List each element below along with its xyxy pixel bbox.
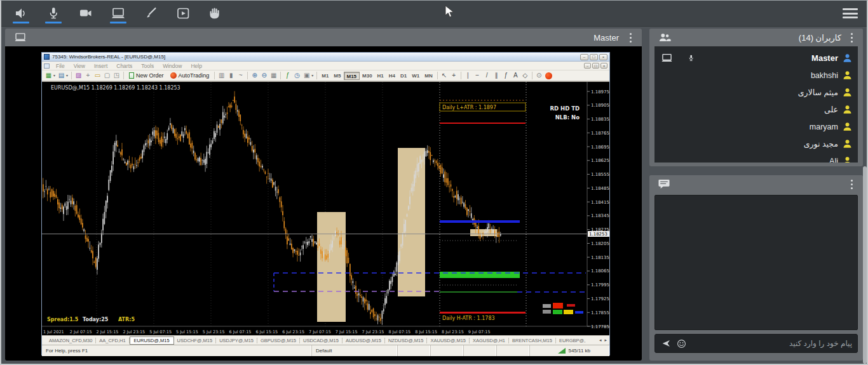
child-window-control-button[interactable]: ×: [600, 63, 607, 69]
window-control-button[interactable]: –: [580, 54, 588, 60]
timeframe-button[interactable]: MN: [423, 72, 435, 80]
symbol-tab[interactable]: GBPUSD@,M15: [257, 338, 300, 343]
navigator-icon[interactable]: ▭: [93, 71, 102, 80]
menu-item[interactable]: Charts: [112, 63, 137, 69]
camera-button[interactable]: [74, 1, 98, 25]
user-list[interactable]: Master: [654, 46, 858, 163]
user-list-item[interactable]: Master: [654, 50, 858, 67]
mt4-toolbar-icon[interactable]: ▾: [52, 71, 57, 80]
emoji-icon[interactable]: [677, 339, 686, 348]
timeframe-button[interactable]: M15: [344, 72, 360, 80]
terminal-icon[interactable]: ▢: [102, 71, 112, 80]
market-watch-icon[interactable]: ▨: [74, 71, 83, 80]
speaker-button[interactable]: [9, 1, 33, 25]
timeframe-button[interactable]: M1: [320, 72, 331, 80]
symbol-tab[interactable]: AUDUSD@,M15: [342, 338, 385, 343]
stage-menu-button[interactable]: [625, 31, 635, 44]
mt4-toolbar-icon[interactable]: ▾: [65, 71, 69, 80]
arrows-tool-icon[interactable]: ◇: [520, 71, 530, 80]
menu-item[interactable]: Help: [186, 63, 206, 69]
annotate-button[interactable]: [139, 1, 163, 25]
symbol-tab[interactable]: EURGBP@,: [556, 338, 588, 343]
menu-item[interactable]: View: [69, 63, 90, 69]
new-order-button[interactable]: New Order: [126, 71, 167, 81]
user-list-item[interactable]: maryam: [654, 118, 858, 135]
fibonacci-tool-icon[interactable]: ƒ: [501, 71, 511, 80]
send-icon[interactable]: [660, 338, 672, 348]
symbol-tab[interactable]: USDJPY@,M15: [216, 338, 257, 343]
symbol-tab[interactable]: XAUUSD@,M15: [427, 338, 470, 343]
timeframe-button[interactable]: M5: [332, 72, 343, 80]
window-control-button[interactable]: ×: [599, 54, 607, 60]
chart-area[interactable]: Daily L+ATR : 1.1897RD HD TDNLB: NoDaily…: [42, 81, 609, 335]
mt4-toolbar-icon[interactable]: [71, 72, 72, 79]
symbol-tab[interactable]: XAGUSD@,H1: [470, 338, 509, 343]
vline-tool-icon[interactable]: |: [463, 71, 473, 80]
periods-icon[interactable]: ◷: [292, 71, 302, 80]
menu-item[interactable]: File: [51, 63, 69, 69]
trendline-tool-icon[interactable]: /: [482, 71, 492, 80]
mt4-toolbar-icon[interactable]: [437, 72, 438, 79]
symbol-tab[interactable]: EURUSD@,M15: [130, 336, 174, 345]
notification-icon[interactable]: [545, 72, 552, 79]
bar-chart-icon[interactable]: ▥: [217, 71, 226, 80]
magnifier-icon[interactable]: ⊙: [534, 71, 544, 80]
strategy-tester-icon[interactable]: ◳: [112, 71, 121, 80]
symbol-tab[interactable]: AA_CFD,H1: [96, 338, 129, 343]
mic-button[interactable]: [41, 1, 65, 25]
child-window-control-button[interactable]: –: [584, 63, 591, 69]
mt4-toolbar-icon[interactable]: [280, 72, 281, 79]
status-profile[interactable]: Default: [312, 345, 398, 356]
chat-input[interactable]: [691, 339, 852, 348]
autotrading-button[interactable]: AutoTrading: [167, 71, 213, 81]
raise-hand-button[interactable]: [203, 1, 227, 25]
zoom-in-icon[interactable]: ⊕: [250, 71, 259, 80]
zoom-out-icon[interactable]: ⊖: [259, 71, 269, 80]
symbol-tab[interactable]: USDCHF@,M15: [174, 338, 217, 343]
symbol-tab[interactable]: USDCAD@,M15: [300, 338, 342, 343]
mt4-toolbar-icon[interactable]: [123, 72, 124, 79]
indicators-icon[interactable]: ƒ: [283, 71, 292, 80]
symbol-tab[interactable]: NZDUSD@,M15: [385, 338, 428, 343]
scrollbar-thumb[interactable]: [863, 166, 867, 364]
data-window-icon[interactable]: +: [83, 71, 93, 80]
tabs-scroll-right-icon[interactable]: ▸: [604, 338, 607, 343]
timeframe-button[interactable]: D1: [398, 72, 409, 80]
user-list-item[interactable]: Ali: [654, 152, 858, 163]
mt4-toolbar-icon[interactable]: [214, 72, 215, 79]
mt4-toolbar-icon[interactable]: [461, 72, 461, 79]
mt4-toolbar-icon[interactable]: ▾: [310, 71, 315, 80]
chat-message-list[interactable]: [654, 195, 858, 330]
menu-button[interactable]: [843, 8, 858, 18]
mt4-toolbar-icon[interactable]: [532, 72, 532, 79]
timeframe-button[interactable]: H4: [386, 72, 397, 80]
symbol-tab[interactable]: AMAZON_CFD,M30: [46, 338, 96, 343]
mt4-toolbar-icon[interactable]: [316, 72, 317, 79]
tabs-scroll-left-icon[interactable]: ◂: [599, 338, 602, 343]
candle-chart-icon[interactable]: ▮: [226, 71, 236, 80]
menu-item[interactable]: Tools: [137, 63, 158, 69]
user-list-item[interactable]: میثم سالاری: [654, 84, 858, 101]
line-chart-icon[interactable]: ~: [236, 71, 245, 80]
chat-menu-button[interactable]: [846, 178, 857, 190]
tile-windows-icon[interactable]: ▦: [269, 71, 278, 80]
cursor-tool-icon[interactable]: ↖: [440, 71, 449, 80]
text-tool-icon[interactable]: A: [511, 71, 520, 80]
menu-item[interactable]: Window: [158, 63, 186, 69]
playback-button[interactable]: [171, 1, 195, 25]
channel-tool-icon[interactable]: ∥: [492, 71, 501, 80]
child-window-control-button[interactable]: ☐: [592, 63, 599, 69]
timeframe-button[interactable]: H1: [375, 72, 386, 80]
hline-tool-icon[interactable]: −: [473, 71, 482, 80]
user-list-item[interactable]: علی: [654, 101, 858, 118]
menu-item[interactable]: Insert: [90, 63, 112, 69]
window-control-button[interactable]: ☐: [590, 54, 598, 60]
mt4-toolbar-icon[interactable]: [247, 72, 248, 79]
crosshair-tool-icon[interactable]: +: [449, 71, 459, 80]
timeframe-button[interactable]: M30: [360, 72, 375, 80]
symbol-tab[interactable]: BRENTCASH,M15: [509, 338, 556, 343]
user-list-item[interactable]: مجید نوری: [654, 135, 858, 152]
timeframe-button[interactable]: W1: [410, 72, 422, 80]
users-menu-button[interactable]: [846, 31, 857, 44]
user-list-item[interactable]: bakhshi: [654, 67, 858, 84]
